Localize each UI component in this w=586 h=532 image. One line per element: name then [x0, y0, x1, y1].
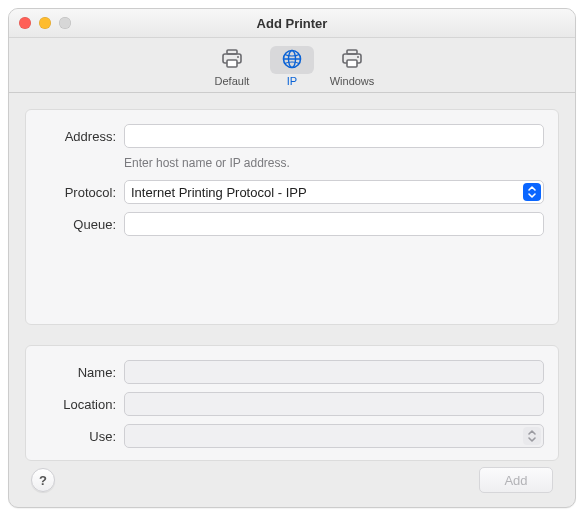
- details-panel: Name: Location: Use:: [25, 345, 559, 461]
- name-label: Name:: [40, 365, 124, 380]
- titlebar: Add Printer: [9, 9, 575, 38]
- window-controls: [19, 17, 71, 29]
- protocol-select[interactable]: Internet Printing Protocol - IPP: [124, 180, 544, 204]
- queue-input[interactable]: [124, 212, 544, 236]
- svg-rect-2: [227, 60, 237, 67]
- svg-point-3: [237, 56, 239, 58]
- tab-default[interactable]: Default: [202, 44, 262, 88]
- tab-ip-label: IP: [287, 75, 297, 87]
- location-label: Location:: [40, 397, 124, 412]
- svg-point-10: [357, 56, 359, 58]
- use-label: Use:: [40, 429, 124, 444]
- use-select[interactable]: [124, 424, 544, 448]
- address-hint: Enter host name or IP address.: [124, 156, 544, 170]
- button-row: ? Add: [25, 461, 559, 501]
- toolbar: Default IP: [9, 38, 575, 93]
- source-tabs: Default IP: [202, 44, 382, 88]
- protocol-label: Protocol:: [40, 185, 124, 200]
- queue-label: Queue:: [40, 217, 124, 232]
- name-field[interactable]: [124, 360, 544, 384]
- add-button[interactable]: Add: [479, 467, 553, 493]
- printer-icon: [340, 48, 364, 73]
- globe-icon: [280, 48, 304, 73]
- tab-ip[interactable]: IP: [262, 44, 322, 88]
- zoom-window-button: [59, 17, 71, 29]
- tab-windows[interactable]: Windows: [322, 44, 382, 88]
- help-button[interactable]: ?: [31, 468, 55, 492]
- connection-panel: Address: Enter host name or IP address. …: [25, 109, 559, 325]
- chevron-up-down-icon: [523, 427, 541, 445]
- tab-default-label: Default: [215, 75, 250, 87]
- printer-icon: [220, 48, 244, 73]
- address-label: Address:: [40, 129, 124, 144]
- svg-rect-9: [347, 60, 357, 67]
- tab-windows-label: Windows: [330, 75, 375, 87]
- close-window-button[interactable]: [19, 17, 31, 29]
- chevron-up-down-icon: [523, 183, 541, 201]
- add-printer-window: Add Printer Default: [8, 8, 576, 508]
- minimize-window-button[interactable]: [39, 17, 51, 29]
- window-title: Add Printer: [9, 16, 575, 31]
- address-input[interactable]: [124, 124, 544, 148]
- location-field[interactable]: [124, 392, 544, 416]
- content-area: Address: Enter host name or IP address. …: [9, 93, 575, 507]
